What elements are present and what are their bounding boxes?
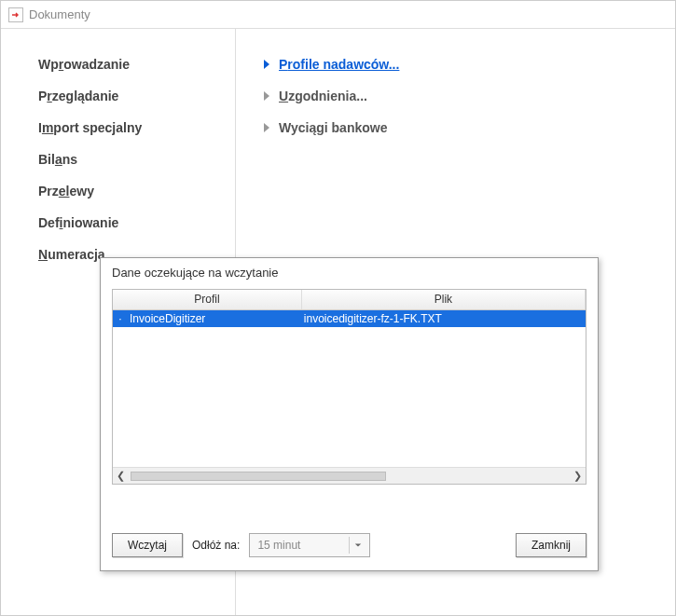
cell-profil: InvoiceDigitizer: [128, 312, 302, 325]
menu-item-bilans[interactable]: Bilans: [38, 152, 235, 167]
menu-text: zeglądanie: [52, 89, 119, 103]
menu-accel: el: [59, 184, 70, 198]
menu-accel: m: [42, 120, 53, 135]
app-icon: [8, 7, 23, 22]
postpone-label: Odłóż na:: [192, 539, 240, 552]
menu-item-przelewy[interactable]: Przelewy: [38, 184, 235, 198]
dialog-title: Dane oczekujące na wczytanie: [101, 258, 598, 289]
menu-text: niowanie: [62, 215, 118, 230]
link-label: Uzgodnienia...: [279, 89, 367, 103]
menu-text: P: [38, 89, 47, 103]
postpone-value: 15 minut: [257, 539, 300, 552]
scroll-right-icon[interactable]: ❯: [573, 470, 582, 482]
menu-text: ns: [62, 152, 77, 167]
menu-text: Def: [38, 215, 60, 230]
col-header-plik[interactable]: Plik: [302, 290, 586, 309]
chevron-down-icon: [349, 537, 366, 554]
chevron-right-icon: [264, 91, 269, 101]
menu-item-definiowanie[interactable]: Definiowanie: [38, 215, 235, 230]
menu-text: port specjalny: [53, 120, 142, 135]
dialog-button-row: Wczytaj Odłóż na: 15 minut Zamknij: [112, 533, 586, 557]
chevron-right-icon: [264, 60, 269, 69]
horizontal-scrollbar[interactable]: ❮ ❯: [113, 467, 586, 484]
main-window: Dokumenty Wprowadzanie Przeglądanie Impo…: [0, 0, 676, 616]
menu-text: Wp: [38, 57, 59, 72]
col-header-profil[interactable]: Profil: [113, 290, 302, 309]
menu-text: umeracja: [48, 247, 104, 262]
data-table: Profil Plik · InvoiceDigitizer invoicedi…: [112, 289, 586, 485]
menu-text: Prz: [38, 184, 59, 198]
link-label: Profile nadawców...: [279, 57, 399, 72]
scroll-thumb[interactable]: [131, 472, 386, 481]
pending-data-dialog: Dane oczekujące na wczytanie Profil Plik…: [100, 257, 599, 571]
menu-text: Bil: [38, 152, 55, 167]
menu-item-wprowadzanie[interactable]: Wprowadzanie: [38, 57, 235, 72]
menu-text: owadzanie: [63, 57, 130, 72]
postpone-dropdown[interactable]: 15 minut: [249, 533, 370, 557]
table-body: · InvoiceDigitizer invoicedigitizer-fz-1…: [113, 310, 586, 467]
link-wyciagi-bankowe[interactable]: Wyciągi bankowe: [264, 120, 675, 135]
menu-accel: N: [38, 247, 48, 262]
load-button[interactable]: Wczytaj: [112, 533, 183, 557]
link-uzgodnienia[interactable]: Uzgodnienia...: [264, 89, 675, 103]
titlebar: Dokumenty: [1, 1, 675, 29]
link-label: Wyciągi bankowe: [279, 120, 387, 135]
cell-plik: invoicedigitizer-fz-1-FK.TXT: [302, 312, 586, 325]
menu-accel: a: [55, 152, 62, 167]
link-profile-nadawcow[interactable]: Profile nadawców...: [264, 57, 675, 72]
table-row[interactable]: · InvoiceDigitizer invoicedigitizer-fz-1…: [113, 310, 586, 327]
menu-item-przegladanie[interactable]: Przeglądanie: [38, 89, 235, 103]
window-title: Dokumenty: [29, 7, 90, 21]
row-marker-icon: ·: [113, 312, 128, 325]
close-button[interactable]: Zamknij: [516, 533, 586, 557]
menu-text: ewy: [69, 184, 93, 198]
scroll-left-icon[interactable]: ❮: [117, 470, 125, 482]
chevron-right-icon: [264, 123, 269, 132]
menu-item-import-specjalny[interactable]: Import specjalny: [38, 120, 235, 135]
table-header: Profil Plik: [113, 290, 586, 310]
